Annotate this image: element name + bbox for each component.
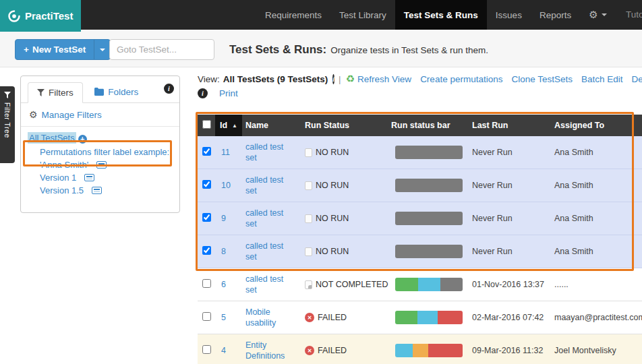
row-checkbox[interactable] bbox=[202, 345, 211, 354]
filter-edit-icon[interactable] bbox=[84, 174, 94, 181]
last-run-value: Never Run bbox=[469, 181, 551, 190]
run-status-bar bbox=[395, 179, 463, 192]
sidebar-tabs: Filters Folders i bbox=[21, 76, 179, 103]
column-header-last-run[interactable]: Last Run bbox=[469, 121, 551, 130]
filter-list: Permutations filter label example: 'Anna… bbox=[40, 146, 174, 197]
tutorial-link[interactable]: Tutorial bbox=[626, 9, 642, 20]
new-testset-dropdown[interactable] bbox=[94, 40, 110, 59]
page-header: Test Sets & Runs:Organize tests in Test … bbox=[229, 43, 488, 57]
testset-id-link[interactable]: 11 bbox=[221, 148, 230, 157]
column-header-id[interactable]: Id ▲ bbox=[215, 115, 242, 136]
testset-name-link[interactable]: called test set bbox=[245, 142, 283, 162]
practitest-app: RequirementsTest LibraryTest Sets & Runs… bbox=[0, 0, 642, 364]
last-run-value: Never Run bbox=[469, 214, 551, 223]
funnel-icon bbox=[37, 89, 45, 96]
run-status-label: NO RUN bbox=[316, 181, 349, 190]
run-status-bar bbox=[395, 212, 463, 225]
main-nav: RequirementsTest LibraryTest Sets & Runs… bbox=[256, 0, 616, 30]
nav-item-test-sets-runs[interactable]: Test Sets & Runs bbox=[395, 0, 487, 30]
gear-icon: ⚙ bbox=[29, 109, 38, 120]
filter-link[interactable]: Version 1.5 bbox=[40, 185, 84, 195]
run-status-bar bbox=[395, 311, 463, 324]
last-run-value: 09-Mar-2016 11:32 bbox=[469, 346, 551, 355]
add-filter-icon[interactable]: + bbox=[78, 135, 87, 144]
bar-segment bbox=[395, 212, 463, 225]
bar-segment bbox=[418, 278, 440, 291]
plus-icon: + bbox=[24, 44, 29, 55]
testset-name-link[interactable]: called test set bbox=[245, 274, 283, 295]
info-icon[interactable]: i bbox=[164, 84, 174, 94]
testset-id-link[interactable]: 10 bbox=[221, 181, 231, 190]
info-icon[interactable]: i bbox=[198, 88, 208, 98]
nav-item-requirements[interactable]: Requirements bbox=[256, 0, 330, 30]
run-status-icon: ✕ bbox=[305, 313, 314, 322]
action-refresh-view[interactable]: ♻Refresh View bbox=[346, 73, 412, 85]
testset-name-link[interactable]: called test set bbox=[245, 175, 283, 195]
row-checkbox[interactable] bbox=[202, 180, 211, 189]
view-bar: View: All TestSets (9 TestSets) i | ♻Ref… bbox=[198, 73, 642, 98]
settings-menu[interactable]: ⚙ bbox=[580, 0, 615, 30]
testset-name-link[interactable]: Entity Definitions bbox=[245, 340, 285, 361]
row-checkbox[interactable] bbox=[202, 279, 211, 288]
view-actions: ♻Refresh ViewCreate permutationsClone Te… bbox=[346, 73, 642, 85]
tab-filters[interactable]: Filters bbox=[28, 82, 83, 103]
testset-name-link[interactable]: called test set bbox=[245, 208, 283, 229]
row-checkbox[interactable] bbox=[202, 213, 211, 222]
nav-item-reports[interactable]: Reports bbox=[531, 0, 580, 30]
column-header-assigned-to[interactable]: Assigned To bbox=[551, 121, 642, 130]
filter-tree-toggle[interactable]: Filter Tree bbox=[0, 86, 15, 163]
column-header-name[interactable]: Name bbox=[242, 121, 301, 130]
action-delete[interactable]: Delete bbox=[632, 74, 642, 84]
select-all-checkbox[interactable] bbox=[202, 120, 211, 129]
new-testset-button[interactable]: + New TestSet bbox=[15, 39, 111, 60]
last-run-value: 01-Nov-2016 13:37 bbox=[469, 280, 551, 289]
row-checkbox[interactable] bbox=[202, 246, 211, 255]
bar-segment bbox=[395, 311, 417, 324]
assigned-to-value: Ana Smith bbox=[551, 247, 642, 256]
testset-name-link[interactable]: called test set bbox=[245, 241, 283, 262]
chevron-down-icon bbox=[100, 49, 105, 51]
page-title: Test Sets & Runs: bbox=[229, 43, 326, 56]
manage-filters-link[interactable]: ⚙ Manage Filters bbox=[21, 103, 179, 127]
run-status-icon bbox=[305, 247, 312, 256]
table-row: 8 called test set NO RUN Never Run Ana S… bbox=[198, 235, 642, 268]
column-header-run-status[interactable]: Run Status bbox=[301, 121, 388, 130]
run-status-bar bbox=[395, 146, 463, 159]
practitest-logo-icon bbox=[7, 9, 21, 23]
all-testsets-link[interactable]: All TestSets bbox=[28, 132, 76, 144]
testset-id-link[interactable]: 8 bbox=[221, 247, 226, 256]
action-clone-testsets[interactable]: Clone TestSets bbox=[511, 74, 573, 84]
column-header-run-status-bar[interactable]: Run status bar bbox=[388, 121, 469, 130]
nav-item-issues[interactable]: Issues bbox=[487, 0, 531, 30]
row-checkbox[interactable] bbox=[202, 312, 211, 321]
assigned-to-value: Ana Smith bbox=[551, 181, 642, 190]
testset-id-link[interactable]: 6 bbox=[221, 280, 226, 289]
testset-id-link[interactable]: 4 bbox=[221, 346, 226, 355]
run-status-icon bbox=[305, 280, 312, 289]
print-link[interactable]: Print bbox=[219, 88, 238, 98]
info-icon[interactable]: i bbox=[332, 74, 334, 84]
bar-segment bbox=[395, 278, 418, 291]
testset-name-link[interactable]: Mobile usability bbox=[245, 307, 276, 328]
action-batch-edit[interactable]: Batch Edit bbox=[581, 74, 623, 84]
table-row: 11 called test set NO RUN Never Run Ana … bbox=[198, 136, 642, 169]
filter-link[interactable]: Version 1 bbox=[40, 173, 76, 183]
filter-tree: All TestSets+ Permutations filter label … bbox=[21, 127, 179, 197]
filter-tree-label: Filter Tree bbox=[3, 102, 11, 138]
view-label: View: bbox=[198, 74, 220, 84]
testset-id-link[interactable]: 5 bbox=[221, 313, 226, 322]
brand-logo[interactable]: PractiTest bbox=[0, 0, 81, 32]
action-create-permutations[interactable]: Create permutations bbox=[420, 74, 502, 84]
row-checkbox[interactable] bbox=[202, 147, 211, 156]
nav-item-test-library[interactable]: Test Library bbox=[330, 0, 395, 30]
sidebar-item-permutations-filter: Permutations filter label example: 'Anna… bbox=[40, 146, 174, 171]
bar-segment bbox=[417, 311, 438, 324]
table-row: 4 Entity Definitions ✕ FAILED 09-Mar-201… bbox=[198, 334, 642, 364]
filter-edit-icon[interactable] bbox=[96, 161, 107, 169]
testset-id-link[interactable]: 9 bbox=[221, 214, 226, 223]
bar-segment bbox=[395, 146, 463, 159]
filter-edit-icon[interactable] bbox=[92, 187, 102, 194]
tab-folders[interactable]: Folders bbox=[86, 82, 147, 102]
goto-testset-input[interactable] bbox=[109, 39, 214, 60]
table-row: 5 Mobile usability ✕ FAILED 02-Mar-2016 … bbox=[198, 301, 642, 334]
